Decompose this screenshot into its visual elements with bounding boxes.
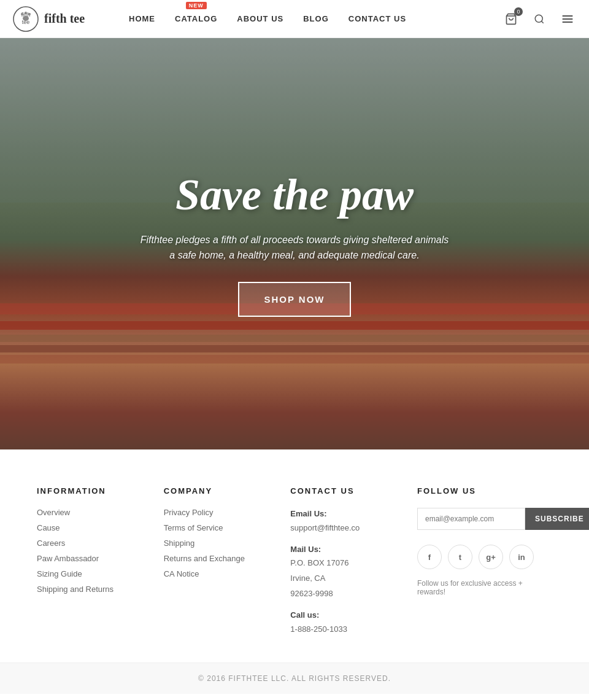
cart-button[interactable]: 0 <box>502 10 520 28</box>
hero-section: Save the paw Fifthtee pledges a fifth of… <box>0 38 589 449</box>
search-button[interactable] <box>530 10 549 28</box>
svg-point-4 <box>25 12 27 14</box>
email-subscribe-input[interactable] <box>417 508 525 530</box>
mail-label: Mail Us: <box>290 543 405 556</box>
footer-company: COMPANY Privacy PolicyTerms of ServiceSh… <box>164 486 279 638</box>
logo-text: fifth tee <box>44 12 85 26</box>
footer-company-link[interactable]: Privacy Policy <box>164 508 279 517</box>
main-nav: HOMENewCATALOGABOUT USBLOGCONTACT US <box>117 12 502 26</box>
footer-information-title: INFORMATION <box>37 486 152 496</box>
footer-info-link[interactable]: Cause <box>37 523 152 532</box>
search-icon <box>534 14 545 25</box>
logo-icon: fifth tee <box>12 6 39 33</box>
social-twitter-icon[interactable]: t <box>448 545 472 569</box>
footer-contact: CONTACT US Email Us: support@fifthtee.co… <box>290 486 405 638</box>
nav-item-about[interactable]: ABOUT US <box>237 12 283 26</box>
footer-info-link[interactable]: Shipping and Returns <box>37 585 152 594</box>
nav-item-home[interactable]: HOME <box>129 12 155 26</box>
site-header: fifth tee fifth tee HOMENewCATALOGABOUT … <box>0 0 589 38</box>
svg-point-8 <box>535 15 542 22</box>
social-google-plus-icon[interactable]: g+ <box>479 545 503 569</box>
site-footer: INFORMATION OverviewCauseCareersPaw Amba… <box>0 449 589 694</box>
footer-company-link[interactable]: CA Notice <box>164 569 279 578</box>
hero-title: Save the paw <box>175 171 414 219</box>
subscribe-button[interactable]: SUBSCRIBE <box>525 508 589 530</box>
footer-company-link[interactable]: Terms of Service <box>164 523 279 532</box>
nav-item-blog[interactable]: BLOG <box>303 12 329 26</box>
cart-count: 0 <box>514 7 523 16</box>
social-icons: ftg+in <box>417 545 552 569</box>
email-label: Email Us: <box>290 508 405 521</box>
contact-email: support@fifthtee.co <box>290 522 405 535</box>
hamburger-icon <box>561 14 574 25</box>
follow-text: Follow us for exclusive access + rewards… <box>417 579 552 596</box>
nav-item-catalog[interactable]: NewCATALOG <box>175 12 217 26</box>
hero-content: Save the paw Fifthtee pledges a fifth of… <box>0 38 589 449</box>
footer-info-link[interactable]: Overview <box>37 508 152 517</box>
contact-city: Irvine, CA <box>290 572 405 585</box>
menu-button[interactable] <box>558 10 577 28</box>
footer-company-link[interactable]: Shipping <box>164 539 279 548</box>
email-subscribe-form: SUBSCRIBE <box>417 508 552 530</box>
footer-info-link[interactable]: Sizing Guide <box>37 569 152 578</box>
svg-point-6 <box>23 16 29 21</box>
new-badge: New <box>186 2 207 9</box>
shop-now-button[interactable]: SHOP NOW <box>238 282 350 317</box>
contact-phone: 1-888-250-1033 <box>290 623 405 636</box>
footer-company-link[interactable]: Returns and Exchange <box>164 554 279 563</box>
call-label: Call us: <box>290 609 405 622</box>
logo[interactable]: fifth tee fifth tee <box>0 6 117 33</box>
svg-line-9 <box>541 21 543 23</box>
footer-company-title: COMPANY <box>164 486 279 496</box>
footer-info-link[interactable]: Paw Ambassador <box>37 554 152 563</box>
svg-point-5 <box>28 13 31 15</box>
contact-zip: 92623-9998 <box>290 588 405 601</box>
po-box: P.O. BOX 17076 <box>290 557 405 570</box>
nav-item-contact[interactable]: CONTACT US <box>348 12 406 26</box>
footer-main: INFORMATION OverviewCauseCareersPaw Amba… <box>0 449 589 663</box>
footer-follow: FOLLOW US SUBSCRIBE ftg+in Follow us for… <box>417 486 552 638</box>
svg-point-3 <box>21 13 23 15</box>
social-facebook-icon[interactable]: f <box>417 545 442 569</box>
footer-information: INFORMATION OverviewCauseCareersPaw Amba… <box>37 486 152 638</box>
header-icons: 0 <box>502 10 589 28</box>
footer-contact-title: CONTACT US <box>290 486 405 496</box>
footer-copyright: © 2016 FIFTHTEE LLC. ALL RIGHTS RESERVED… <box>0 663 589 694</box>
footer-info-link[interactable]: Careers <box>37 539 152 548</box>
social-instagram-icon[interactable]: in <box>509 545 534 569</box>
footer-follow-title: FOLLOW US <box>417 486 552 496</box>
hero-subtitle: Fifthtee pledges a fifth of all proceeds… <box>141 232 449 263</box>
